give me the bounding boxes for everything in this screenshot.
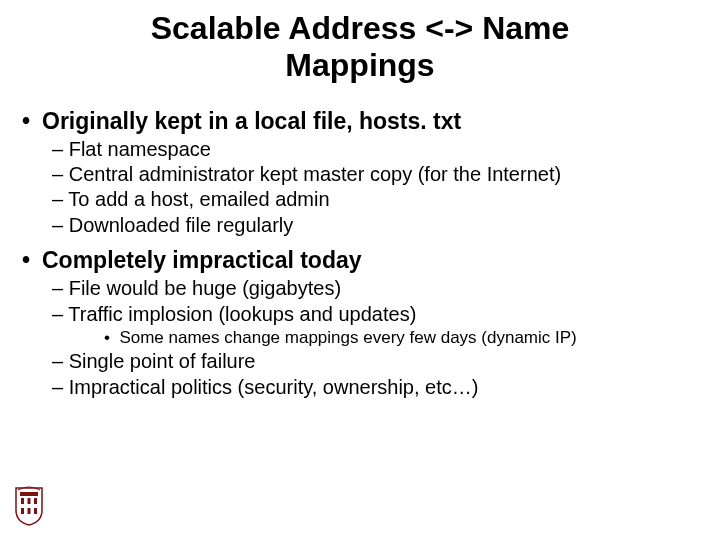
university-crest-icon — [14, 486, 44, 526]
bullet-text: Downloaded file regularly — [69, 214, 294, 236]
bullet-text: Central administrator kept master copy (… — [69, 163, 561, 185]
bullet-text: Originally kept in a local file, hosts. … — [42, 108, 461, 134]
svg-rect-6 — [34, 508, 37, 514]
slide-body: •Originally kept in a local file, hosts.… — [0, 84, 720, 399]
bullet-level-2: – Traffic implosion (lookups and updates… — [22, 302, 698, 326]
bullet-text: Traffic implosion (lookups and updates) — [68, 303, 416, 325]
slide-title: Scalable Address <-> Name Mappings — [0, 0, 720, 84]
bullet-level-2: – To add a host, emailed admin — [22, 187, 698, 211]
bullet-level-1: •Originally kept in a local file, hosts.… — [22, 108, 698, 135]
bullet-level-1: •Completely impractical today — [22, 247, 698, 274]
bullet-dot-icon: • — [22, 247, 42, 274]
bullet-text: Impractical politics (security, ownershi… — [69, 376, 479, 398]
bullet-text: Completely impractical today — [42, 247, 362, 273]
bullet-level-2: – File would be huge (gigabytes) — [22, 276, 698, 300]
slide: Scalable Address <-> Name Mappings •Orig… — [0, 0, 720, 540]
bullet-text: Some names change mappings every few day… — [119, 328, 576, 347]
svg-rect-0 — [20, 492, 38, 496]
bullet-text: File would be huge (gigabytes) — [69, 277, 341, 299]
svg-rect-3 — [34, 498, 37, 504]
bullet-text: To add a host, emailed admin — [68, 188, 329, 210]
bullet-level-2: – Central administrator kept master copy… — [22, 162, 698, 186]
title-line-1: Scalable Address <-> Name — [151, 10, 570, 46]
bullet-level-2: – Flat namespace — [22, 137, 698, 161]
bullet-level-2: – Downloaded file regularly — [22, 213, 698, 237]
svg-rect-1 — [21, 498, 24, 504]
title-line-2: Mappings — [285, 47, 434, 83]
bullet-level-2: – Single point of failure — [22, 349, 698, 373]
bullet-text: Single point of failure — [69, 350, 256, 372]
bullet-level-3: • Some names change mappings every few d… — [22, 327, 698, 348]
svg-rect-4 — [21, 508, 24, 514]
bullet-level-2: – Impractical politics (security, owners… — [22, 375, 698, 399]
svg-rect-5 — [28, 508, 31, 514]
svg-rect-2 — [28, 498, 31, 504]
bullet-dot-icon: • — [22, 108, 42, 135]
bullet-text: Flat namespace — [69, 138, 211, 160]
